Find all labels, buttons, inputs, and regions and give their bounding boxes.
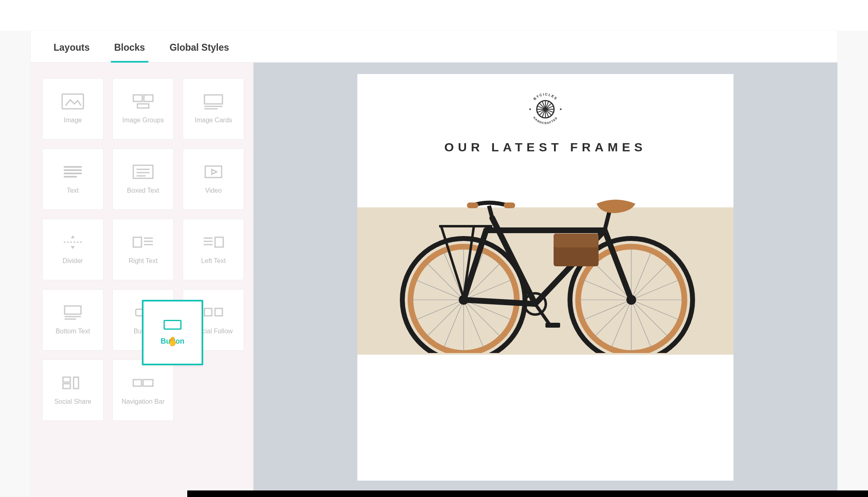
top-chrome-strip [0,0,868,31]
social-follow-icon [202,304,225,321]
left-text-icon [202,234,225,250]
svg-rect-86 [554,234,599,247]
block-label: Social Share [52,398,94,406]
block-label: Text [64,187,81,195]
svg-rect-3 [137,104,149,108]
brand-logo: BYCICLES HANDCRAFTED [526,90,565,129]
svg-rect-15 [205,166,222,178]
svg-point-49 [560,108,562,110]
block-label: Boxed Text [125,187,162,195]
block-label: Navigation Bar [119,398,167,406]
block-text[interactable]: Text [42,148,103,210]
email-headline: OUR LATEST FRAMES [444,140,646,154]
svg-rect-1 [133,95,142,101]
editor-shell: Layouts Blocks Global Styles Image [31,31,837,497]
block-label: Image Groups [120,116,166,124]
block-image-cards[interactable]: Image Cards [183,78,244,139]
block-image[interactable]: Image [42,78,103,139]
block-left-text[interactable]: Left Text [183,219,244,280]
bottom-text-icon [61,304,84,321]
svg-line-79 [489,206,492,218]
blocks-sidebar: Image Image Groups Image C [31,63,253,497]
button-icon [164,320,182,330]
tab-bar: Layouts Blocks Global Styles [31,31,837,63]
navigation-bar-icon [132,375,155,391]
block-social-share[interactable]: Social Share [42,360,103,421]
svg-rect-80 [467,202,478,208]
block-navigation-bar[interactable]: Navigation Bar [112,360,174,421]
svg-rect-4 [204,95,222,104]
bicycle-illustration [370,181,721,353]
block-bottom-text[interactable]: Bottom Text [42,289,103,351]
block-label: Left Text [199,257,228,265]
right-text-icon [132,234,155,250]
canvas[interactable]: BYCICLES HANDCRAFTED OUR LATEST FRAMES [253,63,837,497]
image-icon [61,93,84,110]
svg-rect-25 [65,306,81,314]
svg-rect-34 [133,380,141,386]
block-divider[interactable]: Divider [42,219,103,280]
svg-rect-17 [133,237,141,247]
block-label: Divider [60,257,85,265]
block-boxed-text[interactable]: Boxed Text [112,148,174,210]
block-video[interactable]: Video [183,148,244,210]
block-grid: Image Image Groups Image C [42,78,242,421]
email-header: BYCICLES HANDCRAFTED OUR LATEST FRAMES [357,74,733,162]
block-label: Image Cards [192,116,235,124]
svg-rect-29 [204,308,212,316]
divider-icon [61,234,84,250]
tab-layouts[interactable]: Layouts [54,42,90,62]
svg-point-45 [544,108,547,111]
image-groups-icon [132,93,155,110]
svg-rect-31 [63,377,70,382]
text-icon [61,164,84,180]
block-label: Right Text [126,257,160,265]
dragging-block-label: Button [161,337,184,346]
footer-strip [187,490,868,497]
svg-rect-32 [63,384,70,389]
block-label: Bottom Text [53,327,92,335]
workspace: Image Image Groups Image C [31,63,837,497]
svg-rect-21 [215,237,223,247]
app-root: Layouts Blocks Global Styles Image [0,0,868,497]
block-right-text[interactable]: Right Text [112,219,174,280]
email-preview[interactable]: BYCICLES HANDCRAFTED OUR LATEST FRAMES [357,74,733,481]
social-share-icon [61,375,84,391]
email-hero-image[interactable] [357,162,733,355]
svg-rect-35 [143,380,153,386]
tab-blocks[interactable]: Blocks [114,42,145,62]
boxed-text-icon [132,164,155,180]
dragging-block-button[interactable]: ✋ Button [142,300,203,365]
block-label: Image [61,116,84,124]
block-label: Video [203,187,224,195]
svg-rect-30 [215,308,222,316]
block-image-groups[interactable]: Image Groups [112,78,174,139]
svg-rect-33 [74,377,79,389]
svg-point-48 [529,108,531,110]
svg-text:BYCICLES: BYCICLES [532,92,558,101]
tab-global-styles[interactable]: Global Styles [170,42,229,62]
video-icon [202,164,225,180]
svg-rect-81 [504,202,515,208]
image-cards-icon [202,93,225,110]
svg-rect-84 [545,323,560,328]
svg-rect-2 [144,95,153,101]
